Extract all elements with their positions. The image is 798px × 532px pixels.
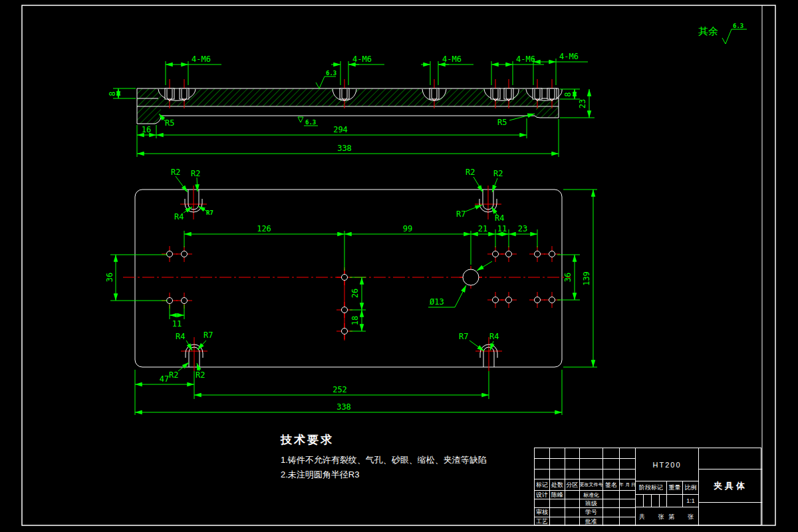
dim-label: 99 [403,224,412,233]
tb-scale-label: 比例 [683,481,699,495]
dim-label: 294 [333,125,348,134]
tb-student-no-label: 学号 [580,508,603,517]
radius-label: R4 [489,332,499,341]
tb-design-label: 设计 [535,491,550,499]
tb-class-label: 班级 [580,499,603,508]
dim-label: 21 [478,224,487,233]
dim-label: 36 [563,273,573,282]
radius-label: R4 [176,332,185,341]
tb-designer-name: 陈峰 [550,491,565,499]
radius-label: R2 [196,370,205,380]
thread-label: 4-M6 [559,52,579,61]
dim-label: 11 [497,224,507,233]
dim-label: 16 [142,125,151,134]
tb-part-name: 夹具体 [699,469,762,503]
general-roughness-value: 6.3 [733,23,743,29]
fillet-label: R5 [165,118,174,128]
roughness-value: 6.3 [326,70,336,76]
dim-label: 26 [350,289,360,298]
tb-process-label: 工艺 [535,517,550,526]
tb-header-count: 处数 [550,479,565,491]
tb-header-zone: 分区 [565,479,580,491]
thread-label: 4-M6 [352,55,372,64]
dim-label: 139 [582,271,591,286]
tech-requirement-item: 2.未注明圆角半径R3 [281,467,487,482]
plan-holes [162,246,560,340]
plan-view: 126 99 21 11 23 36 11 26 18 Ø13 36 139 4… [105,168,597,415]
general-note-text: 其余 [698,25,718,37]
dim-label: 8 [108,91,117,96]
radius-label: R2 [171,168,180,177]
tb-header-sign: 签名 [603,479,620,491]
radius-label: R7 [459,332,468,341]
tb-stage-label: 阶段标记 [636,481,667,495]
radius-label: R2 [493,169,503,178]
section-view: 4-M6 4-M6 4-M6 4-M6 4-M6 8 8 23 16 294 3 [108,52,595,157]
radius-label: R4 [495,213,504,223]
radius-label: R7 [203,331,213,340]
radius-label: R2 [169,370,178,380]
dim-label: 338 [336,402,351,412]
general-roughness-note: 其余 6.3 [698,23,747,44]
cad-drawing-page: { "general_note": { "prefix": "其余", "rou… [0,0,798,532]
dim-label: 36 [105,273,114,282]
radius-label: R2 [466,168,475,177]
tech-requirement-item: 1.铸件不允许有裂纹、气孔、砂眼、缩松、夹渣等缺陷 [281,453,487,467]
radius-label: R4 [174,212,184,221]
tb-sheet-info: 共 张 第 张 [636,507,699,526]
dim-label: 252 [332,385,347,394]
tb-header-date: 年 月 日 [620,479,636,491]
tech-requirements-title: 技术要求 [281,432,487,448]
thread-label: 4-M6 [442,55,462,64]
fillet-label: R5 [497,118,507,127]
radius-label: R7 [456,209,466,219]
dim-label: 23 [518,224,527,233]
dim-label: 126 [257,224,271,233]
tb-weight-label: 重量 [667,481,683,495]
tb-check-label: 审核 [535,508,550,517]
tb-approve-label: 批准 [580,517,603,526]
radius-label: R7 [206,209,213,216]
tb-scale-value: 1:1 [683,495,699,507]
thread-label: 4-M6 [192,55,211,64]
radius-label: R2 [191,169,200,178]
tb-standardize-label: 标准化 [580,491,603,499]
dim-label: 47 [160,374,169,384]
tb-header-mark: 标记 [535,479,550,491]
tb-header-doc-no: 更改文件号 [580,479,603,491]
tech-requirements: 技术要求 1.铸件不允许有裂纹、气孔、砂眼、缩松、夹渣等缺陷 2.未注明圆角半径… [281,432,487,482]
dim-label: 8 [563,92,573,96]
dim-label: 23 [578,99,587,108]
thread-label: 4-M6 [516,55,535,64]
roughness-value: 6.3 [305,119,316,126]
title-block: 标记 处数 分区 更改文件号 签名 年 月 日 设计 陈峰 标准化 班级 审核 … [534,448,761,525]
dim-label: 18 [350,316,360,325]
hole-dia-label: Ø13 [430,297,444,307]
tb-material: HT200 [636,448,699,481]
dim-label: 11 [172,319,182,329]
dim-label: 338 [337,144,352,153]
